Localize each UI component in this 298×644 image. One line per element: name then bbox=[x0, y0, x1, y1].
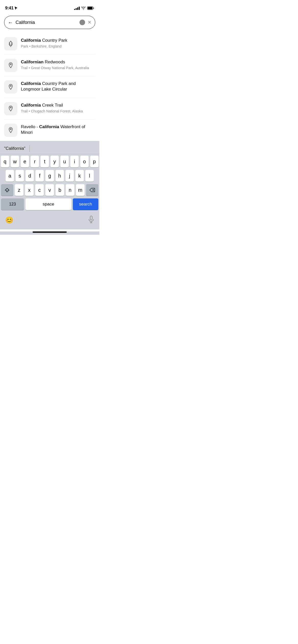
list-item[interactable]: Californian Redwoods Trail • Great Otway… bbox=[4, 55, 95, 76]
key-o[interactable]: o bbox=[80, 156, 89, 167]
keyboard-row-3: z x c v b n m bbox=[1, 184, 98, 196]
location-pin-icon bbox=[7, 105, 14, 112]
result-subtitle: Trail • Chugach National Forest, Alaska bbox=[21, 109, 95, 113]
key-b[interactable]: b bbox=[56, 184, 64, 196]
status-icons bbox=[74, 6, 94, 10]
svg-point-5 bbox=[10, 107, 11, 108]
key-q[interactable]: q bbox=[1, 156, 9, 167]
result-title: Californian Redwoods bbox=[21, 59, 95, 65]
status-time: 9:41 bbox=[5, 6, 13, 11]
svg-point-4 bbox=[10, 85, 11, 86]
result-text: California Country Park Park • Berkshire… bbox=[21, 37, 95, 48]
pin-icon-wrap bbox=[4, 80, 17, 94]
key-e[interactable]: e bbox=[21, 156, 29, 167]
keyboard-row-4: 123 space search bbox=[1, 198, 98, 210]
key-z[interactable]: z bbox=[15, 184, 23, 196]
list-item[interactable]: California Country Park and Longmoor Lak… bbox=[4, 76, 95, 98]
result-text: Californian Redwoods Trail • Great Otway… bbox=[21, 59, 95, 70]
result-text: Ravello - California Waterfront of Minor… bbox=[21, 124, 95, 136]
key-x[interactable]: x bbox=[25, 184, 34, 196]
key-m[interactable]: m bbox=[76, 184, 85, 196]
space-key[interactable]: space bbox=[25, 198, 71, 210]
result-subtitle: Trail • Great Otway National Park, Austr… bbox=[21, 66, 95, 70]
key-y[interactable]: y bbox=[50, 156, 59, 167]
result-title: California Creek Trail bbox=[21, 103, 95, 108]
location-pin-icon bbox=[7, 84, 14, 90]
key-s[interactable]: s bbox=[16, 170, 24, 182]
pin-icon-wrap bbox=[4, 102, 17, 115]
key-l[interactable]: l bbox=[85, 170, 94, 182]
search-bar[interactable]: ← ✕ bbox=[4, 16, 95, 29]
key-a[interactable]: a bbox=[6, 170, 14, 182]
result-subtitle: Park • Berkshire, England bbox=[21, 44, 95, 48]
results-list: California Country Park Park • Berkshire… bbox=[0, 33, 99, 141]
keyboard-area: "California" q w e r t y u i o p a s d f… bbox=[0, 141, 99, 229]
status-bar: 9:41 bbox=[0, 0, 99, 13]
key-v[interactable]: v bbox=[45, 184, 54, 196]
search-key[interactable]: search bbox=[73, 198, 98, 210]
tree-icon-wrap bbox=[4, 37, 17, 50]
search-input[interactable] bbox=[16, 20, 77, 25]
keyboard-row-2: a s d f g h j k l bbox=[1, 170, 98, 182]
key-k[interactable]: k bbox=[75, 170, 84, 182]
result-title: Ravello - California Waterfront of Minor… bbox=[21, 124, 95, 135]
result-text: California Country Park and Longmoor Lak… bbox=[21, 80, 95, 93]
home-indicator bbox=[33, 231, 67, 233]
list-item[interactable]: California Creek Trail Trail • Chugach N… bbox=[4, 98, 95, 120]
key-j[interactable]: j bbox=[65, 170, 74, 182]
key-w[interactable]: w bbox=[11, 156, 19, 167]
key-f[interactable]: f bbox=[35, 170, 44, 182]
keyboard-suggestion-bar: "California" bbox=[0, 143, 99, 154]
pin-icon-wrap bbox=[4, 124, 17, 137]
shift-key[interactable] bbox=[1, 184, 13, 196]
svg-rect-1 bbox=[88, 7, 92, 9]
keyboard-rows: q w e r t y u i o p a s d f g h j k l bbox=[0, 154, 99, 214]
key-d[interactable]: d bbox=[25, 170, 34, 182]
mic-button[interactable] bbox=[88, 216, 94, 224]
location-pin-icon bbox=[7, 62, 14, 69]
search-bar-container: ← ✕ bbox=[0, 13, 99, 33]
numbers-key[interactable]: 123 bbox=[1, 198, 24, 210]
key-g[interactable]: g bbox=[45, 170, 54, 182]
keyboard-bottom-bar: 😊 bbox=[0, 214, 99, 229]
key-t[interactable]: t bbox=[40, 156, 49, 167]
key-p[interactable]: p bbox=[90, 156, 99, 167]
tree-icon bbox=[7, 40, 14, 47]
list-item[interactable]: Ravello - California Waterfront of Minor… bbox=[4, 120, 95, 141]
pin-icon-wrap bbox=[4, 59, 17, 72]
back-button[interactable]: ← bbox=[8, 20, 13, 25]
emoji-button[interactable]: 😊 bbox=[5, 216, 13, 224]
svg-rect-7 bbox=[90, 216, 92, 220]
key-u[interactable]: u bbox=[60, 156, 69, 167]
delete-key[interactable] bbox=[86, 184, 98, 196]
wifi-icon bbox=[81, 7, 86, 10]
key-n[interactable]: n bbox=[66, 184, 74, 196]
svg-point-6 bbox=[10, 129, 11, 130]
suggestion-divider bbox=[30, 145, 30, 152]
location-arrow-icon bbox=[15, 6, 18, 10]
key-r[interactable]: r bbox=[31, 156, 39, 167]
mic-dot-icon bbox=[79, 20, 85, 25]
location-pin-icon bbox=[7, 127, 14, 134]
result-text: California Creek Trail Trail • Chugach N… bbox=[21, 102, 95, 113]
key-i[interactable]: i bbox=[70, 156, 79, 167]
list-item[interactable]: California Country Park Park • Berkshire… bbox=[4, 33, 95, 55]
keyboard-suggestion[interactable]: "California" bbox=[4, 146, 25, 151]
keyboard-row-1: q w e r t y u i o p bbox=[1, 156, 98, 167]
key-h[interactable]: h bbox=[56, 170, 64, 182]
result-title: California Country Park bbox=[21, 38, 95, 43]
result-title: California Country Park and Longmoor Lak… bbox=[21, 81, 95, 92]
home-indicator-wrap bbox=[0, 231, 99, 235]
clear-button[interactable]: ✕ bbox=[88, 20, 91, 25]
battery-icon bbox=[87, 6, 94, 10]
signal-icon bbox=[74, 6, 80, 10]
svg-point-3 bbox=[10, 64, 11, 65]
key-c[interactable]: c bbox=[35, 184, 44, 196]
